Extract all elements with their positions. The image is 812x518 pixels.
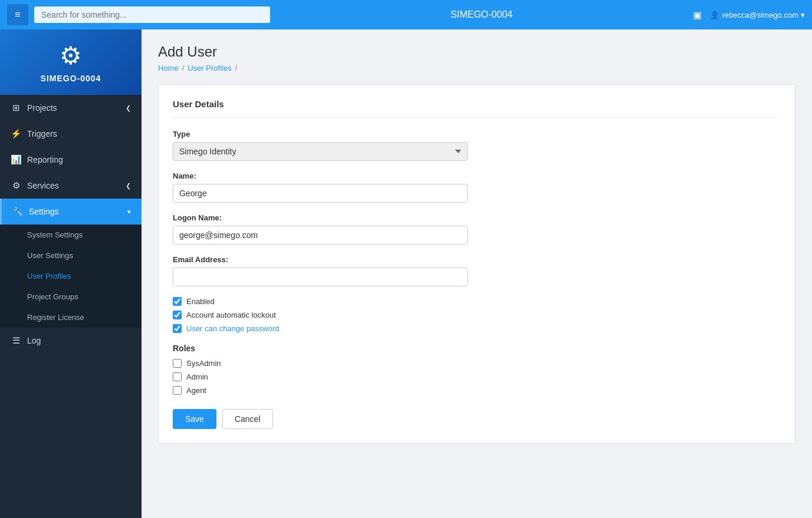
change-password-checkbox[interactable] — [173, 324, 182, 333]
sidebar-item-project-groups[interactable]: Project Groups — [0, 286, 142, 307]
settings-arrow: ▾ — [127, 208, 131, 216]
sidebar-item-settings[interactable]: 🔧 Settings ▾ — [0, 199, 142, 225]
sysadmin-checkbox[interactable] — [173, 359, 182, 368]
sysadmin-checkbox-group: SysAdmin — [173, 359, 781, 368]
navbar-title: SIMEGO-0004 — [276, 9, 687, 20]
name-input[interactable] — [173, 184, 468, 203]
navbar: ≡ SIMEGO-0004 ▣ 👤 rebecca@simego.com ▾ — [0, 0, 812, 29]
enabled-checkbox[interactable] — [173, 297, 182, 306]
change-password-checkbox-group: User can change password — [173, 324, 781, 333]
roles-label: Roles — [173, 344, 781, 353]
logon-name-label: Logon Name: — [173, 213, 781, 222]
services-icon: ⚙ — [11, 180, 21, 191]
sidebar-nav: ⊞ Projects ❮ ⚡ Triggers 📊 Reporting ⚙ Se… — [0, 95, 142, 518]
logo-text: SIMEGO-0004 — [41, 74, 101, 83]
services-label: Services — [27, 181, 120, 190]
sysadmin-label[interactable]: SysAdmin — [186, 359, 221, 368]
logo-icon: ⚙ — [12, 41, 130, 70]
sidebar: ⚙ SIMEGO-0004 ⊞ Projects ❮ ⚡ Triggers 📊 … — [0, 29, 142, 518]
reporting-icon: 📊 — [11, 154, 21, 165]
projects-arrow: ❮ — [126, 104, 131, 112]
user-menu[interactable]: 👤 rebecca@simego.com ▾ — [710, 11, 805, 19]
account-lockout-checkbox[interactable] — [173, 311, 182, 319]
button-row: Save Cancel — [173, 409, 781, 429]
log-icon: ☰ — [11, 335, 21, 346]
log-label: Log — [27, 336, 131, 345]
type-select[interactable]: Simego Identity Active Directory LDAP — [173, 142, 468, 161]
services-arrow: ❮ — [126, 182, 131, 190]
name-group: Name: — [173, 171, 781, 203]
agent-checkbox-group: Agent — [173, 386, 781, 395]
email-input[interactable] — [173, 268, 468, 286]
agent-label[interactable]: Agent — [186, 386, 206, 395]
name-label: Name: — [173, 171, 781, 180]
user-icon: 👤 — [710, 11, 719, 19]
admin-label[interactable]: Admin — [186, 372, 208, 381]
sidebar-item-register-license[interactable]: Register License — [0, 307, 142, 328]
cancel-button[interactable]: Cancel — [222, 409, 273, 429]
settings-submenu: System Settings User Settings User Profi… — [0, 225, 142, 328]
projects-icon: ⊞ — [11, 103, 21, 113]
account-lockout-checkbox-group: Account automatic lockout — [173, 311, 781, 319]
enabled-label[interactable]: Enabled — [186, 297, 215, 306]
triggers-icon: ⚡ — [11, 128, 21, 139]
sidebar-item-projects[interactable]: ⊞ Projects ❮ — [0, 95, 142, 121]
sidebar-item-reporting[interactable]: 📊 Reporting — [0, 147, 142, 173]
breadcrumb-sep1: / — [182, 64, 185, 72]
reporting-label: Reporting — [27, 155, 131, 164]
user-email: rebecca@simego.com — [722, 11, 798, 19]
main-content: Add User Home / User Profiles / User Det… — [142, 29, 812, 518]
search-input[interactable] — [34, 6, 270, 23]
breadcrumb-home[interactable]: Home — [158, 64, 179, 72]
sidebar-item-user-profiles[interactable]: User Profiles — [0, 266, 142, 286]
sidebar-logo: ⚙ SIMEGO-0004 — [0, 29, 142, 95]
menu-button[interactable]: ≡ — [7, 4, 28, 25]
breadcrumb-sep2: / — [235, 64, 238, 72]
page-title: Add User — [158, 44, 795, 60]
save-button[interactable]: Save — [173, 409, 216, 429]
admin-checkbox[interactable] — [173, 372, 182, 381]
admin-checkbox-group: Admin — [173, 372, 781, 381]
sidebar-item-system-settings[interactable]: System Settings — [0, 225, 142, 245]
user-dropdown-arrow: ▾ — [801, 11, 805, 19]
sidebar-item-log[interactable]: ☰ Log — [0, 328, 142, 354]
card-section-title: User Details — [173, 99, 781, 118]
projects-label: Projects — [27, 103, 120, 113]
sidebar-item-services[interactable]: ⚙ Services ❮ — [0, 173, 142, 199]
logon-name-group: Logon Name: — [173, 213, 781, 245]
breadcrumb: Home / User Profiles / — [158, 64, 795, 72]
logon-name-input[interactable] — [173, 226, 468, 245]
settings-label: Settings — [29, 207, 121, 216]
account-lockout-label[interactable]: Account automatic lockout — [186, 311, 276, 319]
user-details-card: User Details Type Simego Identity Active… — [158, 84, 795, 444]
enabled-checkbox-group: Enabled — [173, 297, 781, 306]
triggers-label: Triggers — [27, 129, 131, 138]
layout: ⚙ SIMEGO-0004 ⊞ Projects ❮ ⚡ Triggers 📊 … — [0, 29, 812, 518]
change-password-label[interactable]: User can change password — [186, 324, 280, 333]
breadcrumb-section[interactable]: User Profiles — [188, 64, 231, 72]
notification-icon[interactable]: ▣ — [693, 9, 702, 21]
type-group: Type Simego Identity Active Directory LD… — [173, 130, 781, 161]
sidebar-item-triggers[interactable]: ⚡ Triggers — [0, 121, 142, 147]
email-group: Email Address: — [173, 255, 781, 286]
menu-icon: ≡ — [15, 9, 20, 20]
type-label: Type — [173, 130, 781, 138]
settings-icon: 🔧 — [12, 206, 23, 217]
email-label: Email Address: — [173, 255, 781, 264]
sidebar-item-user-settings[interactable]: User Settings — [0, 245, 142, 266]
navbar-right: ▣ 👤 rebecca@simego.com ▾ — [693, 9, 805, 21]
agent-checkbox[interactable] — [173, 386, 182, 395]
